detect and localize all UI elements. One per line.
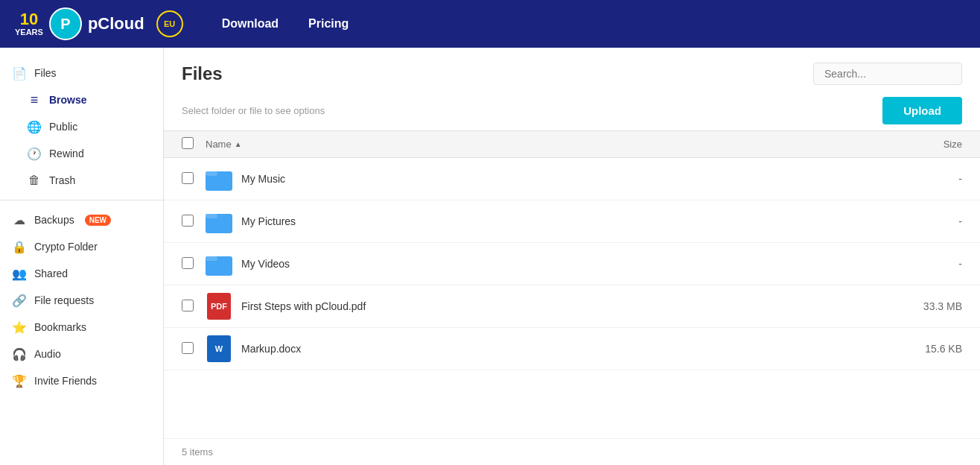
- sidebar-item-label: Files: [34, 67, 57, 79]
- svg-rect-3: [206, 214, 217, 218]
- file-size: 33.3 MB: [873, 300, 962, 312]
- main-header: Files: [164, 48, 980, 91]
- app-header: 10 YEARS P pCloud EU Download Pricing: [0, 0, 980, 48]
- sidebar-item-label: Public: [49, 121, 77, 133]
- nav-download[interactable]: Download: [207, 11, 293, 37]
- years-label: YEARS: [15, 28, 43, 37]
- row-checkbox-col: [182, 342, 206, 356]
- file-name: Markup.docx: [241, 343, 873, 355]
- sidebar-item-label: Trash: [49, 174, 75, 186]
- eu-badge: EU: [156, 10, 183, 37]
- table-row[interactable]: W Markup.docx 15.6 KB: [164, 328, 980, 370]
- folder-icon: [206, 208, 232, 235]
- name-col-label: Name: [206, 139, 232, 150]
- header-checkbox-col: [182, 137, 206, 151]
- row-checkbox[interactable]: [182, 257, 194, 269]
- word-file-icon: W: [206, 335, 232, 362]
- row-checkbox-col: [182, 257, 206, 271]
- trash-icon: 🗑: [27, 173, 42, 188]
- file-size: -: [873, 258, 962, 270]
- sidebar-item-public[interactable]: 🌐 Public: [0, 113, 163, 140]
- sidebar-item-files[interactable]: 📄 Files: [0, 60, 163, 86]
- row-checkbox-col: [182, 172, 206, 186]
- logo-text: pCloud: [88, 14, 144, 34]
- toolbar: Select folder or file to see options Upl…: [164, 91, 980, 131]
- table-row[interactable]: My Pictures -: [164, 200, 980, 243]
- sidebar-item-rewind[interactable]: 🕐 Rewind: [0, 140, 163, 167]
- sidebar-item-audio[interactable]: 🎧 Audio: [0, 341, 163, 367]
- shared-icon: 👥: [12, 266, 27, 281]
- sidebar-item-file-requests[interactable]: 🔗 File requests: [0, 287, 163, 314]
- table-row[interactable]: My Videos -: [164, 243, 980, 285]
- page-title: Files: [182, 63, 223, 84]
- public-icon: 🌐: [27, 119, 42, 134]
- invite-icon: 🏆: [12, 373, 27, 388]
- sidebar-item-crypto[interactable]: 🔒 Crypto Folder: [0, 233, 163, 260]
- select-all-checkbox[interactable]: [182, 137, 194, 149]
- svg-rect-5: [206, 256, 217, 261]
- sidebar-item-backups[interactable]: ☁ Backups NEW: [0, 206, 163, 233]
- toolbar-hint: Select folder or file to see options: [182, 105, 325, 116]
- sidebar-item-shared[interactable]: 👥 Shared: [0, 260, 163, 287]
- audio-icon: 🎧: [12, 347, 27, 361]
- file-size: 15.6 KB: [873, 343, 962, 355]
- header-size-col: Size: [873, 139, 962, 150]
- file-name: My Music: [241, 173, 873, 185]
- crypto-icon: 🔒: [12, 239, 27, 254]
- header-name-col: Name ▲: [206, 139, 873, 150]
- pdf-file-icon: PDF: [206, 293, 232, 320]
- svg-rect-1: [206, 171, 217, 176]
- word-icon: W: [207, 335, 231, 362]
- sidebar-item-label: Backups: [34, 214, 74, 226]
- sidebar-item-invite[interactable]: 🏆 Invite Friends: [0, 367, 163, 394]
- sidebar-item-label: Bookmarks: [34, 321, 86, 333]
- file-name: My Videos: [241, 258, 873, 270]
- file-requests-icon: 🔗: [12, 293, 27, 308]
- sidebar-item-label: Rewind: [49, 148, 84, 159]
- sidebar-item-browse[interactable]: ≡ Browse: [0, 86, 163, 113]
- sidebar: 📄 Files ≡ Browse 🌐 Public 🕐 Rewind 🗑 Tra…: [0, 48, 164, 465]
- logo: 10 YEARS P pCloud EU: [15, 7, 183, 40]
- header-nav: Download Pricing: [207, 11, 364, 37]
- file-footer: 5 items: [164, 438, 980, 465]
- row-checkbox[interactable]: [182, 172, 194, 184]
- search-input[interactable]: [813, 63, 962, 85]
- files-icon: 📄: [12, 66, 27, 80]
- row-checkbox-col: [182, 300, 206, 314]
- backups-icon: ☁: [12, 212, 27, 227]
- file-name: My Pictures: [241, 215, 873, 227]
- logo-icon: P: [49, 7, 82, 40]
- rewind-icon: 🕐: [27, 146, 42, 161]
- main-content: Files Select folder or file to see optio…: [164, 48, 980, 465]
- years-number: 10: [20, 11, 38, 28]
- file-size: -: [873, 215, 962, 227]
- table-row[interactable]: PDF First Steps with pCloud.pdf 33.3 MB: [164, 285, 980, 328]
- sidebar-item-label: Shared: [34, 268, 68, 279]
- eu-icon: EU: [156, 10, 183, 37]
- table-header: Name ▲ Size: [164, 131, 980, 158]
- sidebar-item-bookmarks[interactable]: ⭐ Bookmarks: [0, 314, 163, 341]
- folder-icon: [206, 250, 232, 277]
- pdf-icon: PDF: [207, 293, 231, 320]
- sidebar-item-label: Audio: [34, 348, 61, 360]
- new-badge: NEW: [85, 215, 111, 226]
- years-badge: 10 YEARS: [15, 11, 43, 37]
- sidebar-item-label: Crypto Folder: [34, 241, 98, 253]
- nav-pricing[interactable]: Pricing: [293, 11, 363, 37]
- row-checkbox-col: [182, 215, 206, 229]
- file-size: -: [873, 173, 962, 185]
- sidebar-item-label: Invite Friends: [34, 375, 97, 387]
- file-name: First Steps with pCloud.pdf: [241, 300, 873, 312]
- row-checkbox[interactable]: [182, 300, 194, 311]
- bookmarks-icon: ⭐: [12, 320, 27, 335]
- sort-icon: ▲: [235, 140, 242, 148]
- upload-button[interactable]: Upload: [882, 97, 962, 124]
- row-checkbox[interactable]: [182, 215, 194, 227]
- app-layout: 📄 Files ≡ Browse 🌐 Public 🕐 Rewind 🗑 Tra…: [0, 48, 980, 465]
- table-row[interactable]: My Music -: [164, 158, 980, 200]
- row-checkbox[interactable]: [182, 342, 194, 354]
- sidebar-item-label: File requests: [34, 294, 94, 306]
- size-col-label: Size: [944, 139, 962, 150]
- file-table: Name ▲ Size My Music: [164, 131, 980, 438]
- sidebar-item-trash[interactable]: 🗑 Trash: [0, 167, 163, 194]
